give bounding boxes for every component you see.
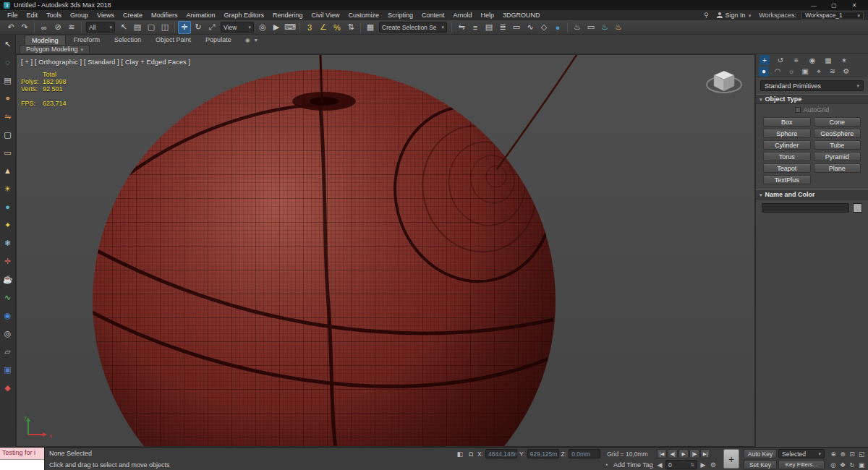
time-configuration-icon[interactable]: ⚙ (709, 461, 718, 469)
frame-spinner-icon[interactable]: ⇅ (690, 462, 694, 468)
helpers-category-icon[interactable]: ⌖ (814, 67, 824, 77)
toggle-scene-explorer-icon[interactable]: ▤ (482, 21, 495, 34)
menu-modifiers[interactable]: Modifiers (147, 10, 182, 20)
zoom-extents-icon[interactable]: ⊡ (848, 449, 856, 458)
edit-named-selection-sets-icon[interactable]: ▦ (364, 21, 377, 34)
select-by-name-icon[interactable]: ▤ (131, 21, 144, 34)
move-gizmo-icon[interactable]: ✛ (2, 255, 14, 267)
select-tool-icon[interactable]: ↖ (2, 38, 14, 50)
menu-edit[interactable]: Edit (22, 10, 43, 20)
menu-file[interactable]: File (3, 10, 22, 20)
tab-populate[interactable]: Populate (199, 35, 238, 45)
scene-explorer-icon[interactable]: ▤ (2, 74, 14, 86)
toggle-layer-explorer-icon[interactable]: ≣ (496, 21, 509, 34)
play-icon[interactable]: ▶ (678, 449, 689, 458)
redo-icon[interactable]: ↷ (18, 21, 31, 34)
name-and-color-rollout[interactable]: ▾ Name and Color (756, 189, 868, 200)
rendered-frame-window-icon[interactable]: ▭ (584, 21, 597, 34)
maxscript-input-field[interactable] (0, 459, 44, 470)
angle-snap-icon[interactable]: ∠ (317, 21, 330, 34)
mirror-tool-icon[interactable]: ⇋ (2, 111, 14, 122)
cameras-category-icon[interactable]: ▣ (800, 67, 810, 77)
space-warps-category-icon[interactable]: ≋ (827, 67, 838, 77)
previous-frame-icon[interactable]: ◀| (668, 449, 678, 458)
selection-lock-icon[interactable]: Ω (467, 450, 475, 458)
menu-group[interactable]: Group (66, 10, 93, 20)
spinner-snap-icon[interactable]: ⇅ (344, 21, 357, 34)
link-tool-icon[interactable]: ⚭ (2, 93, 14, 104)
set-key-button[interactable]: Set Key (744, 460, 777, 469)
zoom-icon[interactable]: ⊕ (829, 449, 838, 458)
primitive-button-cylinder[interactable]: Cylinder (763, 140, 811, 150)
tab-freeform[interactable]: Freeform (67, 35, 107, 45)
modify-tab-icon[interactable]: ↺ (775, 55, 786, 65)
bind-to-space-warp-icon[interactable]: ≋ (65, 21, 78, 34)
menu-rendering[interactable]: Rendering (268, 10, 307, 20)
material-editor-icon[interactable]: ● (551, 21, 564, 34)
menu-create[interactable]: Create (119, 10, 147, 20)
sign-in-button[interactable]: Sign In ▾ (714, 12, 754, 19)
snaps-toggle-icon[interactable]: 3 (303, 21, 316, 34)
align-icon[interactable]: ≡ (469, 21, 482, 34)
menu-views[interactable]: Views (93, 10, 119, 20)
pan-icon[interactable]: ✥ (838, 460, 847, 469)
select-and-move-icon[interactable]: ✛ (178, 21, 191, 34)
selection-set-dropdown[interactable]: Selected ▾ (778, 449, 825, 458)
menu-customize[interactable]: Customize (344, 10, 383, 20)
tab-selection[interactable]: Selection (108, 35, 148, 45)
box-icon[interactable]: ▢ (2, 129, 14, 140)
primitive-button-box[interactable]: Box (763, 117, 811, 127)
menu-scripting[interactable]: Scripting (383, 10, 417, 20)
percent-snap-icon[interactable]: % (331, 21, 344, 34)
viewport-label[interactable]: [ + ] [ Orthographic ] [ Standard ] [ Cl… (21, 59, 190, 66)
lasso-selection-icon[interactable]: ◌ (2, 56, 14, 68)
primitive-button-sphere[interactable]: Sphere (763, 129, 811, 138)
minimize-button[interactable]: — (804, 0, 824, 10)
render-production-icon[interactable]: ♨ (598, 21, 611, 34)
spline-curve[interactable] (497, 55, 579, 169)
select-and-manipulate-icon[interactable]: ▶ (270, 21, 283, 34)
arc-rotate-icon[interactable]: ↻ (848, 460, 856, 469)
zoom-region-icon[interactable]: ◱ (857, 449, 866, 458)
primitive-button-torus[interactable]: Torus (763, 152, 811, 161)
menu-graph-editors[interactable]: Graph Editors (219, 10, 268, 20)
search-icon[interactable]: ⚲ (704, 12, 709, 19)
lights-category-icon[interactable]: ☼ (786, 67, 796, 77)
add-time-tag-button[interactable]: ◔ Add Time Tag (602, 461, 653, 469)
select-and-scale-icon[interactable]: ⤢ (205, 21, 218, 34)
tab-modeling[interactable]: Modeling (25, 35, 66, 45)
field-of-view-icon[interactable]: ◎ (829, 460, 838, 469)
snowflake-icon[interactable]: ❄ (2, 237, 14, 249)
primitive-button-plane[interactable]: Plane (814, 163, 861, 173)
named-selection-sets-dropdown[interactable]: Create Selection Se▾ (379, 22, 447, 33)
set-keys-button[interactable]: + (723, 449, 739, 469)
systems-category-icon[interactable]: ⚙ (841, 67, 851, 77)
shapes-category-icon[interactable]: ◠ (773, 67, 783, 77)
sphere-icon[interactable]: ● (2, 201, 14, 213)
workspace-dropdown[interactable]: Workspace_1 ▾ (801, 12, 864, 20)
menu-animation[interactable]: Animation (182, 10, 219, 20)
viewcube[interactable] (705, 65, 743, 103)
menu-3dground[interactable]: 3DGROUND (498, 10, 545, 20)
primitive-button-tube[interactable]: Tube (814, 140, 861, 150)
object-color-swatch[interactable] (853, 203, 862, 213)
render-iterative-icon[interactable]: ♨ (612, 21, 625, 34)
star-icon[interactable]: ✦ (2, 219, 14, 231)
primitive-button-cone[interactable]: Cone (814, 117, 861, 127)
helix-icon[interactable]: ∿ (2, 291, 14, 303)
z-coordinate-field[interactable]: 0,0mm (569, 449, 600, 458)
object-name-field[interactable] (762, 203, 849, 213)
isolate-selection-icon[interactable]: ◧ (456, 450, 464, 458)
cylinder-icon[interactable]: ▭ (2, 147, 14, 158)
x-coordinate-field[interactable]: 4844,148m (485, 449, 517, 458)
motion-tab-icon[interactable]: ◉ (807, 55, 817, 65)
plane-icon[interactable]: ▱ (2, 346, 14, 357)
toggle-ribbon-icon[interactable]: ▭ (510, 21, 523, 34)
window-crossing-icon[interactable]: ◫ (158, 21, 171, 34)
y-coordinate-field[interactable]: 929,125m (527, 449, 559, 458)
menu-tools[interactable]: Tools (42, 10, 66, 20)
cone-icon[interactable]: ▲ (2, 165, 14, 176)
unlink-selection-icon[interactable]: ⊘ (51, 21, 64, 34)
primitive-button-teapot[interactable]: Teapot (763, 163, 811, 173)
previous-key-icon[interactable]: ◀ (655, 461, 664, 469)
